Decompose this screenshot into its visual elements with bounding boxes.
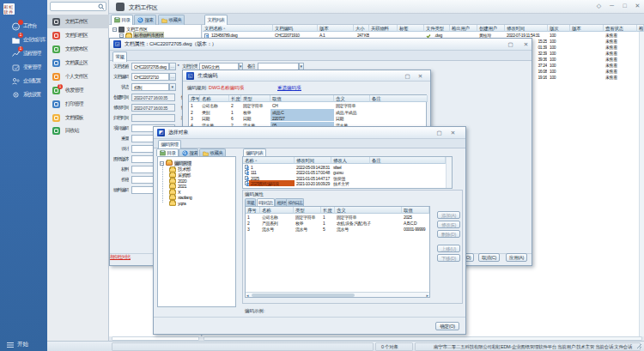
status-field[interactable]: 拟制 [131, 83, 169, 91]
col-header-tag[interactable]: 标签 [398, 25, 424, 32]
close-icon[interactable]: ✕ [634, 3, 641, 9]
scroll-right-icon[interactable]: ▸ [426, 293, 428, 298]
sidebar-item-config[interactable]: 企业配置 [0, 74, 47, 88]
col-header-version2[interactable]: 版本 [570, 25, 604, 32]
doc-code-browse-button[interactable]: … [169, 73, 176, 81]
move-up-button[interactable]: 上移(U) [437, 245, 460, 252]
minimize-icon[interactable]: ─ [608, 3, 616, 9]
maximize-icon[interactable]: ▢ [404, 73, 411, 80]
close-icon[interactable]: ✕ [416, 73, 424, 80]
sidebar2-item-doc-obsolete[interactable]: 文档废止区 [47, 56, 109, 70]
sidebar2-item-doc-template[interactable]: 文档模板 [47, 111, 109, 124]
tab-favorites[interactable]: 收藏夹 [199, 148, 226, 156]
tab-general[interactable]: 常规 [245, 198, 256, 206]
col-header-checkin[interactable]: 检入 [637, 25, 644, 32]
doc-code-field[interactable]: CHC22072710 [131, 73, 169, 81]
col-header-modify-time[interactable]: 修改时间 [505, 25, 548, 32]
search-icon [98, 3, 105, 10]
status-empty-cell [112, 342, 374, 351]
dialog-title: 生成编码 [197, 72, 217, 80]
sidebar2-item-print[interactable]: 打印管理 [47, 97, 109, 111]
delete-button[interactable]: 删除(D) [437, 230, 460, 238]
start-button[interactable]: 开始 [0, 338, 47, 351]
doc-name-browse-button[interactable]: … [169, 63, 176, 70]
maximize-icon[interactable]: ▢ [435, 130, 443, 136]
dialog-title: 文档属性：CHC22072705.dwg（版本：） [125, 40, 216, 48]
sidebar-item-workbench[interactable]: 工作台 [0, 19, 47, 33]
tab-directory[interactable]: 目录 [111, 15, 133, 25]
tab-favorites[interactable]: 收藏夹 [158, 15, 185, 25]
scroll-left-icon[interactable]: ◂ [246, 293, 249, 298]
move-down-button[interactable]: 下移(D) [437, 254, 460, 262]
doc-name-field[interactable]: CHC22072705.dwg [131, 63, 169, 70]
ok-button[interactable]: 确定(O) [435, 322, 459, 330]
col-header-doc-name[interactable]: 文档名称 ▵ [203, 25, 273, 32]
close-icon[interactable]: ✕ [449, 130, 457, 136]
maximize-icon[interactable]: ▢ [507, 41, 514, 48]
tab-code-list[interactable]: 编码列表 [243, 148, 266, 156]
scroll-thumb[interactable] [252, 294, 355, 297]
col-header-checkout-user[interactable]: 检出用户 [450, 25, 477, 32]
sidebar2-item-doc-archive[interactable]: 文档归档区 [47, 28, 109, 42]
app-window: 彩虹软件 工作台 1 企业知识库 1 流程管理 变更管理 企业配置 [0, 0, 644, 351]
sidebar2-item-personal-files[interactable]: 个人文件区 [47, 70, 109, 83]
sidebar-item-knowledge[interactable]: 1 企业知识库 [0, 33, 47, 46]
tab-search[interactable]: 搜索 [134, 15, 156, 25]
tab-operation-log[interactable]: 操作日志 [286, 198, 304, 206]
resize-grip-icon[interactable] [636, 343, 642, 349]
reselect-code-link[interactable]: 重选编码项 [277, 85, 301, 91]
maximize-icon[interactable]: □ [621, 3, 629, 9]
status-dropdown[interactable]: ▾ [169, 83, 176, 91]
col-header-material[interactable]: 关联物料 [369, 25, 398, 32]
sidebar2-item-doc-publish[interactable]: 文档发布区 [47, 42, 109, 56]
modify-time-field: 2022-07-27 16:00:35 [131, 104, 175, 112]
col-header-view-status[interactable]: 查看状态 [604, 25, 637, 32]
sidebar2-item-recycle-bin[interactable]: 回收站 [47, 124, 109, 137]
field-label: 物料编码 [110, 187, 129, 193]
col-header-seq[interactable]: 版次 [548, 25, 570, 32]
col-header-doc-code[interactable]: 文档编码 [273, 25, 318, 32]
tree-node[interactable]: yqza [169, 200, 185, 207]
sidebar-item-process[interactable]: 1 流程管理 [0, 46, 47, 60]
tab-directory[interactable]: 目录 [156, 148, 179, 156]
close-icon[interactable]: ✕ [522, 41, 530, 48]
col-header-version[interactable]: 版本 [318, 25, 354, 32]
sidebar-item-label: 系统设置 [23, 91, 40, 99]
workbench-badge [18, 20, 23, 25]
tab-segment-info[interactable]: 码段信息 [257, 198, 275, 206]
apply-button[interactable]: 应用(A) [506, 253, 527, 262]
collapse-icon[interactable]: − [160, 161, 164, 166]
segment-hscrollbar[interactable]: ◂ ▸ [246, 292, 429, 297]
sidebar-item-change[interactable]: 变更管理 [0, 60, 47, 74]
list-tabbar [203, 14, 644, 25]
add-button[interactable]: 添加(A) [437, 211, 460, 219]
col-header-file-type[interactable]: 文件类型 [424, 25, 450, 32]
status-bar: 0 个对象 南宁市二零二五科技有限公司彩虹EDM-企业图纸管理软件平台 当前用户… [47, 341, 644, 351]
collapse-icon[interactable]: − [112, 27, 117, 32]
table-vscrollbar[interactable] [639, 32, 644, 336]
col-header-size[interactable]: 大小 [354, 25, 369, 32]
sidebar-item-label: 工作台 [23, 22, 36, 30]
dialog-titlebar[interactable]: ◲ 文档属性：CHC22072705.dwg（版本：） [110, 39, 532, 51]
dialog-titlebar[interactable]: ◱ 生成编码 [183, 70, 430, 82]
col-header-create-user[interactable]: 创建用户 [477, 25, 505, 32]
cancel-button[interactable]: 取消(C) [478, 253, 500, 262]
tab-general[interactable]: 常规 [112, 51, 127, 62]
tab-search[interactable]: 搜索 [179, 148, 198, 156]
tab-code-management[interactable]: 编码管理 [158, 140, 181, 148]
similarity-compare-link[interactable]: 相似性对比 [110, 254, 131, 260]
field-label: 文档名称 [110, 64, 129, 70]
edit-button[interactable]: 修改(E) [437, 221, 460, 228]
selected-code-item[interactable]: 2025图纸编码项 [249, 180, 295, 186]
sidebar2-item-doc-workspace[interactable]: 文档工作区 [47, 15, 109, 28]
sidebar-search-input[interactable] [50, 2, 106, 11]
field-label: 价格 [110, 177, 129, 183]
sidebar2-item-send-receive[interactable]: 1 收发管理 [47, 83, 109, 97]
props-group-label: 编码属性 [245, 191, 264, 197]
sidebar-item-settings[interactable]: 系统设置 [0, 88, 47, 101]
pin-icon[interactable]: ◇ [595, 3, 603, 9]
field-label: 文档分类 [181, 64, 197, 70]
dialog-titlebar[interactable]: ◩ 选择对象 [154, 127, 465, 139]
list-vscrollbar[interactable] [446, 157, 452, 188]
tab-document-list[interactable]: 文档列表 [204, 15, 228, 25]
